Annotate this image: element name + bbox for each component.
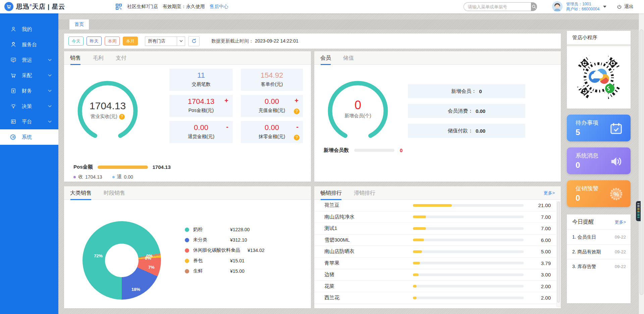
search-input[interactable] <box>464 2 531 11</box>
member-stat-label: 会员消费： <box>448 108 473 114</box>
sidebar-item-服务台[interactable]: 服务台 <box>0 37 58 52</box>
category-sales-panel: 大类销售时段销售 72%18%7%0%0% 奶粉¥1228.00未分类¥312.… <box>64 186 311 308</box>
rank-bar-fill <box>413 285 417 288</box>
breakdown-value: 0.00 <box>124 174 133 180</box>
page-scrollbar-thumb[interactable] <box>640 29 643 295</box>
service-icon <box>10 41 17 48</box>
help-icon[interactable]: ? <box>294 109 300 114</box>
rank-panel: 畅销排行滞销排行更多> 荷兰豆21.00南山店纯净水7.00测试17.00雪碧3… <box>314 186 561 308</box>
sidebar-item-决策[interactable]: 决策 <box>0 99 58 114</box>
rank-value: 3.79 <box>541 260 551 266</box>
logout-button[interactable]: 退出 <box>616 0 634 13</box>
tab-储值[interactable]: 储值 <box>343 51 354 65</box>
help-icon[interactable]: ? <box>294 135 300 140</box>
rail-card-促销预警[interactable]: 促销预警0% <box>567 180 631 207</box>
sidebar-item-系统[interactable]: 系统 <box>0 129 58 145</box>
platform-icon <box>10 118 17 125</box>
breakdown-label: 退 <box>117 174 122 180</box>
new-members-bar-track <box>354 149 394 152</box>
stat-sign: - <box>296 123 299 131</box>
stat-card-交易笔数: 11交易笔数 <box>169 69 233 91</box>
today-more-link[interactable]: 更多> <box>614 219 626 225</box>
legend-item-券包: 券包¥15.01 <box>185 258 265 264</box>
reminder-text: 1. 会员生日 <box>572 234 596 240</box>
new-members-bar: 新增会员数 0 <box>324 147 402 153</box>
tab-home[interactable]: 首页 <box>69 19 89 29</box>
floating-widget-tab[interactable] <box>636 201 641 221</box>
category-donut-chart: 72%18%7%0%0% <box>83 221 161 300</box>
reminder-row[interactable]: 1. 会员生日09-22 <box>567 230 631 244</box>
member-stat-label: 储值付款： <box>448 128 473 134</box>
member-stat-row: 储值付款：0.00 <box>408 124 525 138</box>
tab-畅销排行[interactable]: 畅销排行 <box>320 186 342 200</box>
power-icon <box>616 4 622 10</box>
calendar-check-icon <box>608 121 624 136</box>
slice-label-未分类: 18% <box>131 287 140 292</box>
topbar: 思迅®天店 | 星云 社区生鲜7门店 有效期至：永久使用 售后中心 管理员：10… <box>0 0 644 13</box>
filter-button-昨天[interactable]: 昨天 <box>87 37 102 46</box>
account-dropdown-caret-icon[interactable] <box>603 6 606 8</box>
filter-button-本月[interactable]: 本月 <box>123 37 138 46</box>
tab-时段销售[interactable]: 时段销售 <box>104 186 125 200</box>
rail-card-系统消息[interactable]: 系统消息0 <box>567 147 631 174</box>
breakdown-label: 收 <box>78 174 83 180</box>
stat-label: 客单价(元) <box>241 81 303 87</box>
tab-毛利[interactable]: 毛利 <box>93 51 104 65</box>
rank-more-link[interactable]: 更多> <box>543 190 555 196</box>
tab-支付[interactable]: 支付 <box>116 51 126 65</box>
speaker-icon <box>608 153 624 169</box>
store-select[interactable]: 所有门店 <box>145 37 185 46</box>
rank-bar-track <box>413 273 524 276</box>
slice-label-奶粉: 72% <box>94 253 103 258</box>
rank-value: 21.00 <box>538 202 551 208</box>
sidebar-item-营运[interactable]: 营运 <box>0 52 58 68</box>
rail-card-待办事项[interactable]: 待办事项5 <box>567 115 631 141</box>
sidebar-item-采配[interactable]: 采配 <box>0 68 58 83</box>
avatar[interactable] <box>552 1 562 12</box>
sidebar-item-label: 财务 <box>22 88 32 94</box>
tab-滞销排行[interactable]: 滞销排行 <box>354 186 375 200</box>
rank-row-荷兰豆: 荷兰豆21.00 <box>314 200 556 211</box>
sales-gauge-label: 营业实收(元) <box>91 114 117 120</box>
sidebar-item-财务[interactable]: 财务 <box>0 83 58 99</box>
rank-value: 3.00 <box>541 272 551 277</box>
sidebar-item-label: 我的 <box>22 26 32 33</box>
tab-大类销售[interactable]: 大类销售 <box>70 186 92 200</box>
content-area: 首页 今天昨天本周本月 所有门店 数据更新截止时间： 2023-09-22 14… <box>58 13 644 314</box>
rank-bar-track <box>413 204 524 207</box>
sidebar-item-我的[interactable]: 我的 <box>0 21 58 37</box>
rank-row-边猪: 边猪3.00 <box>314 269 556 281</box>
rank-value: 7.00 <box>541 226 551 231</box>
filter-button-本周[interactable]: 本周 <box>105 37 120 46</box>
mini-program-card: 管店小程序 <box>567 31 631 109</box>
system-icon <box>10 134 17 140</box>
member-stat-value: 0.00 <box>476 128 485 134</box>
rank-value: 5.00 <box>541 249 551 254</box>
legend-name: 休闲膨化碳酸饮料食品 <box>193 247 240 253</box>
sidebar-item-平台[interactable]: 平台 <box>0 114 58 129</box>
tab-strip: 首页 <box>58 19 639 29</box>
sidebar-item-label: 决策 <box>22 103 32 110</box>
tab-会员[interactable]: 会员 <box>320 51 331 65</box>
tab-销售[interactable]: 销售 <box>70 51 81 65</box>
search-button[interactable] <box>531 2 537 11</box>
stat-value: 0.00 <box>169 123 233 132</box>
reminder-row[interactable]: 3. 库存告警09-22 <box>567 259 631 274</box>
rank-name: 青苹果 <box>324 260 413 266</box>
filter-button-今天[interactable]: 今天 <box>68 37 84 46</box>
legend-name: 奶粉 <box>193 227 223 233</box>
rank-scrollbar-thumb[interactable] <box>557 202 560 303</box>
slice-label-休闲膨化碳酸饮料食品: 7% <box>148 265 155 270</box>
help-icon[interactable]: ? <box>119 114 125 120</box>
qr-blocks-icon[interactable] <box>115 3 122 10</box>
refresh-button[interactable] <box>188 36 200 46</box>
chevron-down-icon <box>48 59 52 61</box>
stat-label: Pos金额(元) <box>169 108 233 114</box>
rank-bar-track <box>413 285 524 288</box>
rank-name: 荷兰豆 <box>324 202 413 208</box>
today-reminders-card: 今日提醒 更多> 1. 会员生日09-222. 商品有效期09-223. 库存告… <box>567 214 631 303</box>
after-sales-link[interactable]: 售后中心 <box>210 4 228 10</box>
stat-card-充值金额(元): 0.00充值金额(元)+? <box>241 95 303 117</box>
rank-value: 6.00 <box>541 237 551 243</box>
reminder-row[interactable]: 2. 商品有效期09-22 <box>567 244 631 259</box>
